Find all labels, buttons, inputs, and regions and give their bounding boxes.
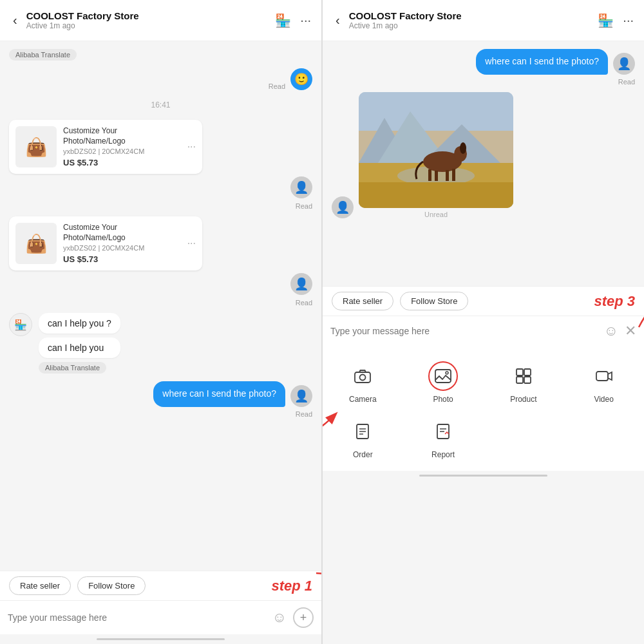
right-action-grid: Camera Photo Product	[323, 346, 644, 471]
left-product-price-2: US $5.73	[63, 254, 181, 264]
right-header: ‹ COOLOST Factory Store Active 1m ago 🏪 …	[323, 0, 644, 41]
camera-icon	[348, 361, 377, 391]
svg-rect-20	[524, 369, 531, 375]
left-scrollbar	[97, 638, 225, 640]
svg-point-13	[460, 142, 466, 154]
right-user-msg-row: 👤 where can I send the photo?	[476, 49, 635, 75]
right-panel: ‹ COOLOST Factory Store Active 1m ago 🏪 …	[322, 0, 644, 644]
left-input-bar: ☺ +	[0, 600, 321, 634]
left-bot-translate: Alibaba Translate	[39, 362, 106, 374]
left-back-button[interactable]: ‹	[10, 10, 20, 30]
right-report-label: Report	[431, 450, 455, 459]
left-time-1641: 16:41	[9, 100, 312, 109]
left-product-more-2[interactable]: ···	[187, 238, 196, 249]
left-message-input[interactable]	[8, 612, 266, 623]
right-emoji-icon[interactable]: ☺	[604, 323, 618, 339]
left-bot-bubble-1: can I help you ?	[39, 313, 120, 334]
right-store-status: Active 1m ago	[349, 21, 592, 30]
svg-rect-19	[516, 369, 523, 375]
left-plus-button[interactable]: +	[293, 607, 314, 628]
left-product-card-2[interactable]: 👜 Customize Your Photo/Name/Logo yxbDZS0…	[9, 216, 202, 270]
right-action-camera[interactable]: Camera	[323, 355, 403, 410]
left-product-name-1: Customize Your Photo/Name/Logo	[63, 126, 181, 146]
left-avatar-2: 👤	[290, 273, 312, 295]
left-product-info-1: Customize Your Photo/Name/Logo yxbDZS02 …	[63, 126, 181, 167]
right-photo-label: Photo	[433, 395, 453, 404]
report-icon	[428, 417, 458, 446]
right-header-info: COOLOST Factory Store Active 1m ago	[349, 10, 592, 30]
left-bot-bubble-2: can I help you	[39, 337, 120, 358]
left-bot-msgs-wrap: 🏪 can I help you ? can I help you Alibab…	[9, 313, 312, 375]
left-product-card-1[interactable]: 👜 Customize Your Photo/Name/Logo yxbDZS0…	[9, 120, 202, 174]
left-read-status-2: Read	[9, 202, 312, 210]
right-store-title: COOLOST Factory Store	[349, 10, 592, 21]
right-horse-image	[359, 92, 513, 208]
right-rate-seller-btn[interactable]: Rate seller	[332, 292, 393, 310]
svg-rect-9	[428, 169, 431, 181]
right-action-photo[interactable]: Photo	[403, 355, 484, 410]
left-step1-label: step 1	[271, 578, 312, 594]
svg-rect-23	[596, 372, 608, 381]
right-order-label: Order	[353, 450, 373, 459]
left-header-icons: 🏪 ···	[275, 13, 311, 28]
right-action-product[interactable]: Product	[484, 355, 564, 410]
svg-rect-15	[355, 372, 370, 383]
left-emoji-msg-row: 🙂 Read	[9, 68, 312, 90]
right-follow-store-btn[interactable]: Follow Store	[400, 292, 468, 310]
right-user-bubble: where can I send the photo?	[476, 49, 608, 75]
left-emoji-icon[interactable]: ☺	[272, 609, 287, 626]
photo-icon	[428, 361, 458, 391]
left-chat-area: Alibaba Translate 🙂 Read 16:41 👜 Customi…	[0, 41, 321, 571]
left-step1-arrow	[310, 570, 322, 609]
left-header: ‹ COOLOST Factory Store Active 1m ago 🏪 …	[0, 0, 321, 41]
product-icon	[509, 361, 538, 391]
horse-svg	[359, 92, 513, 208]
left-more-icon[interactable]: ···	[300, 13, 311, 28]
left-action-buttons: Rate seller Follow Store step 1	[0, 571, 321, 600]
right-step3-wrap: step 3	[594, 292, 635, 310]
svg-rect-10	[435, 171, 438, 181]
right-horse-msg-row: 👤	[332, 92, 635, 218]
right-camera-label: Camera	[349, 395, 377, 404]
video-icon	[589, 361, 619, 391]
right-scrollbar	[419, 475, 548, 477]
order-icon	[348, 417, 377, 446]
right-message-input[interactable]	[330, 326, 598, 336]
left-product-name-2: Customize Your Photo/Name/Logo	[63, 223, 181, 243]
left-product-more-1[interactable]: ···	[187, 141, 196, 153]
svg-rect-11	[446, 170, 449, 181]
left-product-info-2: Customize Your Photo/Name/Logo yxbDZS02 …	[63, 223, 181, 264]
left-user-avatar: 🙂	[290, 68, 312, 90]
left-store-title: COOLOST Factory Store	[26, 10, 269, 21]
right-back-button[interactable]: ‹	[333, 10, 343, 30]
left-follow-store-btn[interactable]: Follow Store	[77, 576, 146, 595]
right-action-video[interactable]: Video	[564, 355, 644, 410]
right-store-icon[interactable]: 🏪	[598, 13, 614, 28]
right-action-buttons: Rate seller Follow Store step 3	[323, 286, 644, 316]
right-input-bar: ☺ ✕	[323, 316, 644, 346]
left-product-img-2: 👜	[15, 223, 57, 264]
svg-rect-12	[452, 169, 455, 181]
right-read-status: Read	[618, 78, 635, 86]
left-product-img-1: 👜	[15, 126, 57, 167]
left-rate-seller-btn[interactable]: Rate seller	[9, 576, 71, 595]
right-action-report[interactable]: Report	[403, 410, 484, 466]
svg-point-18	[446, 372, 448, 374]
right-chat-area: 👤 where can I send the photo? Read 👤	[323, 41, 644, 286]
left-user-bubble: where can I send the photo?	[153, 381, 285, 407]
left-bot-msgs: can I help you ? can I help you Alibaba …	[39, 313, 120, 375]
left-product-sku-1: yxbDZS02 | 20CMX24CM	[63, 147, 181, 155]
right-step3-label: step 3	[594, 293, 635, 310]
left-store-icon[interactable]: 🏪	[275, 13, 291, 28]
right-user-avatar: 👤	[613, 53, 635, 75]
right-more-icon[interactable]: ···	[623, 13, 634, 28]
svg-rect-14	[359, 182, 513, 208]
left-read-status-4: Read	[296, 410, 312, 418]
left-read-status-3: Read	[9, 299, 312, 307]
svg-rect-21	[516, 377, 523, 383]
left-header-info: COOLOST Factory Store Active 1m ago	[26, 10, 269, 30]
left-step1-wrap: step 1	[271, 576, 312, 595]
left-read-status-1: Read	[269, 82, 285, 90]
left-product-price-1: US $5.73	[63, 158, 181, 167]
left-product-sku-2: yxbDZS02 | 20CMX24CM	[63, 244, 181, 252]
